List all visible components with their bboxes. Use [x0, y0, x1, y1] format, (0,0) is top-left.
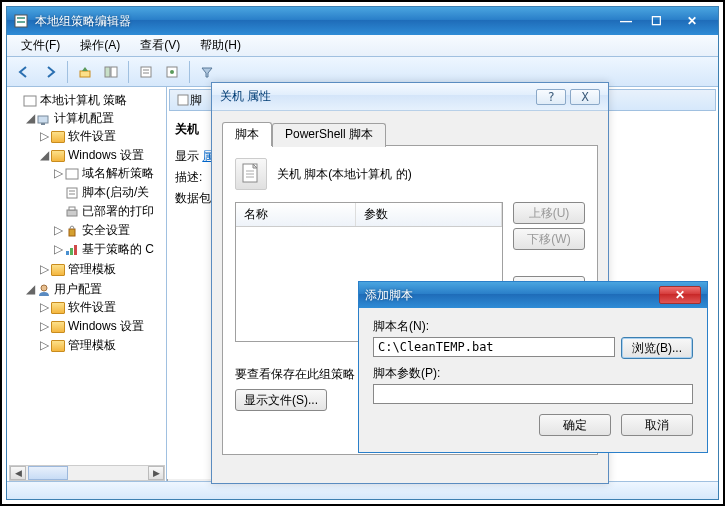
- close-button[interactable]: ✕: [672, 12, 712, 30]
- up-button[interactable]: [74, 61, 96, 83]
- tree-root-label: 本地计算机 策略: [40, 93, 127, 107]
- svg-rect-1: [17, 17, 25, 19]
- col-name[interactable]: 名称: [236, 203, 356, 226]
- menu-help[interactable]: 帮助(H): [190, 35, 251, 56]
- move-up-button[interactable]: 上移(U): [513, 202, 585, 224]
- tree-software-settings[interactable]: ▷软件设置: [39, 127, 162, 146]
- svg-rect-14: [66, 169, 78, 179]
- tree-computer-config[interactable]: ◢计算机配置 ▷软件设置 ◢Windows 设置 ▷域名解析策略 脚本(启动/关…: [25, 109, 162, 280]
- tree-user-admin[interactable]: ▷管理模板: [39, 336, 162, 355]
- tree-security-settings[interactable]: ▷安全设置: [53, 221, 162, 240]
- prop-titlebar: 关机 属性 ? X: [212, 83, 608, 111]
- svg-rect-18: [67, 210, 77, 216]
- tree-label: 已部署的打印: [82, 204, 154, 218]
- script-name-label: 脚本名(N):: [373, 318, 693, 335]
- svg-rect-13: [41, 123, 45, 125]
- tree-deployed-printers[interactable]: 已部署的打印: [53, 202, 162, 221]
- minimize-button[interactable]: —: [612, 12, 640, 30]
- tree-windows-settings[interactable]: ◢Windows 设置 ▷域名解析策略 脚本(启动/关 已部署的打印 ▷安全设置…: [39, 146, 162, 260]
- back-button[interactable]: [13, 61, 35, 83]
- forward-button[interactable]: [39, 61, 61, 83]
- tree-label: 安全设置: [82, 223, 130, 237]
- script-params-label: 脚本参数(P):: [373, 365, 693, 382]
- main-titlebar: 本地组策略编辑器 — ☐ ✕: [7, 7, 718, 35]
- nav-tree: 本地计算机 策略 ◢计算机配置 ▷软件设置 ◢Windows 设置 ▷域名解析策…: [7, 87, 167, 481]
- tree-user-windows[interactable]: ▷Windows 设置: [39, 317, 162, 336]
- svg-rect-15: [67, 188, 77, 198]
- tree-admin-templates[interactable]: ▷管理模板: [39, 260, 162, 279]
- tab-scripts[interactable]: 脚本: [222, 122, 272, 146]
- filter-button[interactable]: [196, 61, 218, 83]
- svg-rect-2: [17, 21, 25, 23]
- tree-label: 域名解析策略: [82, 166, 154, 180]
- add-close-button[interactable]: ✕: [659, 286, 701, 304]
- ok-button[interactable]: 确定: [539, 414, 611, 436]
- menubar: 文件(F) 操作(A) 查看(V) 帮助(H): [7, 35, 718, 57]
- svg-rect-20: [69, 229, 75, 236]
- tree-label: 软件设置: [68, 300, 116, 314]
- menu-view[interactable]: 查看(V): [130, 35, 190, 56]
- menu-action[interactable]: 操作(A): [70, 35, 130, 56]
- tree-label: 基于策略的 C: [82, 242, 154, 256]
- maximize-button[interactable]: ☐: [642, 12, 670, 30]
- svg-rect-3: [80, 71, 90, 77]
- svg-rect-21: [66, 251, 69, 255]
- scroll-right-button[interactable]: ▶: [148, 466, 164, 480]
- show-files-button[interactable]: 显示文件(S)...: [235, 389, 327, 411]
- svg-rect-6: [141, 67, 151, 77]
- tree-scrollbar-horizontal[interactable]: ◀ ▶: [9, 465, 165, 481]
- add-script-dialog: 添加脚本 ✕ 脚本名(N): C:\CleanTEMP.bat 浏览(B)...…: [358, 281, 708, 453]
- tree-user-config[interactable]: ◢用户配置 ▷软件设置 ▷Windows 设置 ▷管理模板: [25, 280, 162, 356]
- show-label: 显示: [175, 149, 199, 163]
- scroll-left-button[interactable]: ◀: [10, 466, 26, 480]
- script-name-input[interactable]: C:\CleanTEMP.bat: [373, 337, 615, 357]
- tree-label: Windows 设置: [68, 148, 144, 162]
- main-title: 本地组策略编辑器: [35, 13, 612, 30]
- svg-rect-19: [69, 207, 75, 210]
- script-params-input[interactable]: [373, 384, 693, 404]
- svg-point-10: [170, 70, 174, 74]
- scroll-thumb[interactable]: [28, 466, 68, 480]
- browse-button[interactable]: 浏览(B)...: [621, 337, 693, 359]
- col-params[interactable]: 参数: [356, 203, 502, 226]
- tree-label: 计算机配置: [54, 111, 114, 125]
- tree-label: 脚本(启动/关: [82, 185, 149, 199]
- tree-label: 管理模板: [68, 338, 116, 352]
- tree-label: 用户配置: [54, 282, 102, 296]
- tree-policy-qos[interactable]: ▷基于策略的 C: [53, 240, 162, 259]
- tree-label: 管理模板: [68, 262, 116, 276]
- export-button[interactable]: [161, 61, 183, 83]
- content-header-text: 脚: [190, 92, 202, 109]
- cancel-button[interactable]: 取消: [621, 414, 693, 436]
- prop-header-text: 关机 脚本(本地计算机 的): [277, 166, 412, 183]
- svg-rect-11: [24, 96, 36, 106]
- svg-point-24: [41, 285, 47, 291]
- prop-tabs: 脚本 PowerShell 脚本: [222, 121, 598, 145]
- help-button[interactable]: ?: [536, 89, 566, 105]
- tree-label: Windows 设置: [68, 319, 144, 333]
- script-file-icon: [235, 158, 267, 190]
- svg-rect-23: [74, 245, 77, 255]
- add-titlebar: 添加脚本 ✕: [359, 282, 707, 308]
- move-down-button[interactable]: 下移(W): [513, 228, 585, 250]
- svg-rect-12: [38, 116, 48, 123]
- tree-scripts[interactable]: 脚本(启动/关: [53, 183, 162, 202]
- tab-powershell[interactable]: PowerShell 脚本: [272, 123, 386, 147]
- add-title: 添加脚本: [365, 287, 659, 304]
- app-icon: [13, 13, 29, 29]
- tree-root[interactable]: 本地计算机 策略 ◢计算机配置 ▷软件设置 ◢Windows 设置 ▷域名解析策…: [11, 91, 162, 357]
- svg-rect-25: [178, 95, 188, 105]
- show-hide-tree-button[interactable]: [100, 61, 122, 83]
- tree-dns-policy[interactable]: ▷域名解析策略: [53, 164, 162, 183]
- tree-user-software[interactable]: ▷软件设置: [39, 298, 162, 317]
- svg-rect-4: [105, 67, 110, 77]
- properties-button[interactable]: [135, 61, 157, 83]
- prop-title: 关机 属性: [220, 88, 532, 105]
- scripts-icon: [176, 94, 190, 106]
- menu-file[interactable]: 文件(F): [11, 35, 70, 56]
- svg-rect-22: [70, 248, 73, 255]
- svg-rect-5: [111, 67, 117, 77]
- tree-label: 软件设置: [68, 129, 116, 143]
- prop-close-button[interactable]: X: [570, 89, 600, 105]
